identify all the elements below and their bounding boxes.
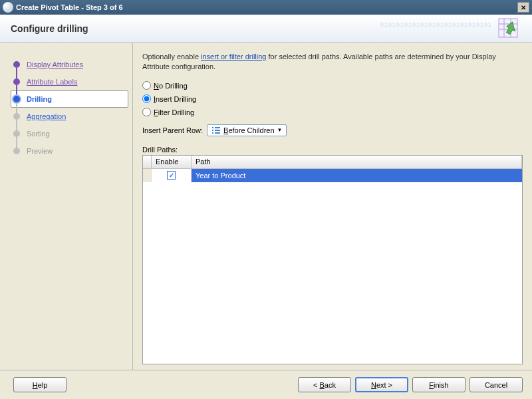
intro-text: Optionally enable insert or filter drill… [142, 52, 523, 72]
wizard-footer: Help < Back Next > Finish Cancel [0, 370, 532, 399]
svg-rect-9 [212, 132, 213, 134]
radio-no-drilling-label[interactable]: No Drilling [154, 82, 188, 90]
svg-rect-0 [499, 19, 517, 37]
radio-insert-drilling-label[interactable]: Insert Drilling [154, 95, 196, 103]
enable-checkbox[interactable]: ✓ [167, 171, 176, 180]
app-icon [3, 2, 13, 13]
table-row[interactable]: ✓ Year to Product [143, 169, 522, 182]
next-button[interactable]: Next > [355, 377, 408, 392]
drilling-help-link[interactable]: insert or filter drilling [201, 53, 266, 61]
header-decor: 0101010101010101010101010101 [380, 21, 492, 28]
close-button[interactable]: ✕ [517, 2, 529, 13]
svg-rect-10 [215, 132, 220, 134]
radio-no-drilling[interactable] [142, 81, 151, 90]
step-aggregation[interactable]: Aggregation [13, 108, 126, 125]
radio-filter-drilling-label[interactable]: Filter Drilling [154, 108, 194, 116]
parent-row-label: Insert Parent Row: [142, 126, 203, 134]
step-preview: Preview [13, 142, 126, 160]
page-title: Configure drilling [11, 23, 88, 34]
step-drilling[interactable]: Drilling [11, 90, 128, 108]
svg-rect-7 [212, 130, 213, 131]
wizard-steps-sidebar: Display Attributes Attribute Labels Dril… [0, 43, 133, 370]
col-path[interactable]: Path [192, 156, 522, 168]
col-enable[interactable]: Enable [152, 156, 192, 168]
help-button[interactable]: Help [13, 377, 66, 392]
radio-insert-drilling[interactable] [142, 94, 151, 103]
chevron-down-icon: ▼ [277, 127, 283, 133]
svg-rect-6 [215, 127, 220, 128]
title-bar: Create Pivot Table - Step 3 of 6 ✕ [0, 0, 532, 15]
wizard-header: Configure drilling 010101010101010101010… [0, 15, 532, 43]
main-panel: Optionally enable insert or filter drill… [133, 43, 532, 370]
window-title: Create Pivot Table - Step 3 of 6 [16, 3, 517, 11]
drill-paths-label: Drill Paths: [142, 146, 523, 154]
back-button[interactable]: < Back [298, 377, 351, 392]
finish-button[interactable]: Finish [412, 377, 466, 392]
drill-paths-table: Enable Path ✓ Year to Product [142, 155, 523, 364]
svg-rect-5 [212, 127, 213, 128]
step-sorting: Sorting [13, 125, 126, 142]
path-cell: Year to Product [192, 172, 522, 180]
step-attribute-labels[interactable]: Attribute Labels [13, 73, 126, 90]
list-icon [211, 126, 221, 134]
step-display-attributes[interactable]: Display Attributes [13, 56, 126, 73]
radio-filter-drilling[interactable] [142, 108, 151, 116]
parent-row-dropdown[interactable]: Before Children ▼ [207, 124, 287, 136]
drilling-mode-radios: No Drilling Insert Drilling Filter Drill… [142, 79, 523, 119]
cancel-button[interactable]: Cancel [469, 377, 523, 392]
pivot-table-icon [497, 17, 519, 39]
svg-rect-8 [215, 130, 220, 131]
